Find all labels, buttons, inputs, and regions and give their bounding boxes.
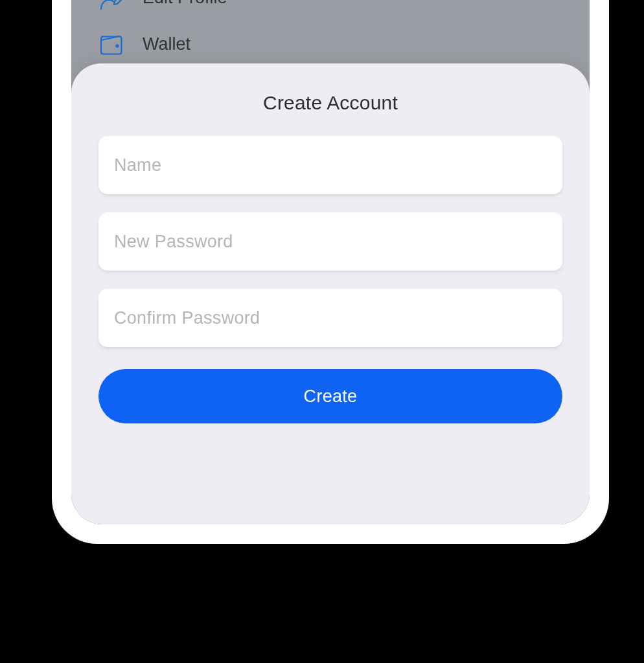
- edit-profile-icon: [97, 0, 143, 12]
- settings-menu-list: Edit Profile Wallet: [71, 0, 590, 67]
- name-input[interactable]: [98, 136, 562, 194]
- sheet-title: Create Account: [98, 92, 562, 114]
- phone-device-frame: Edit Profile Wallet Create Account: [52, 0, 609, 544]
- create-account-sheet: Create Account Create: [71, 63, 590, 524]
- menu-item-wallet[interactable]: Wallet: [97, 21, 564, 67]
- phone-screen: Edit Profile Wallet Create Account: [71, 0, 590, 524]
- create-button[interactable]: Create: [98, 369, 562, 423]
- wallet-icon: [97, 30, 143, 58]
- menu-item-edit-profile[interactable]: Edit Profile: [97, 0, 564, 21]
- menu-item-label: Wallet: [143, 34, 190, 54]
- confirm-password-input[interactable]: [98, 289, 562, 347]
- new-password-input[interactable]: [98, 212, 562, 271]
- svg-point-1: [116, 45, 118, 47]
- menu-item-label: Edit Profile: [143, 0, 227, 8]
